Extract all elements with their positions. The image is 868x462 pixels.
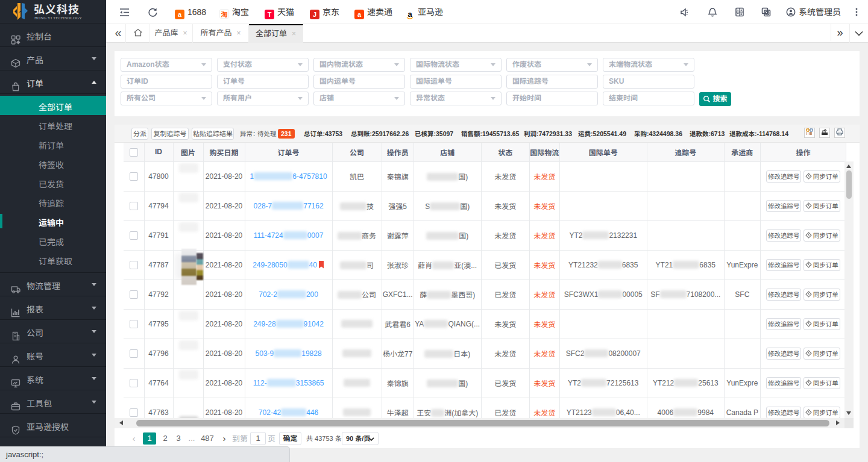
svg-text:HONG YI TECHNOLOGY: HONG YI TECHNOLOGY bbox=[34, 16, 82, 20]
svg-text:弘义科技: 弘义科技 bbox=[34, 1, 80, 16]
